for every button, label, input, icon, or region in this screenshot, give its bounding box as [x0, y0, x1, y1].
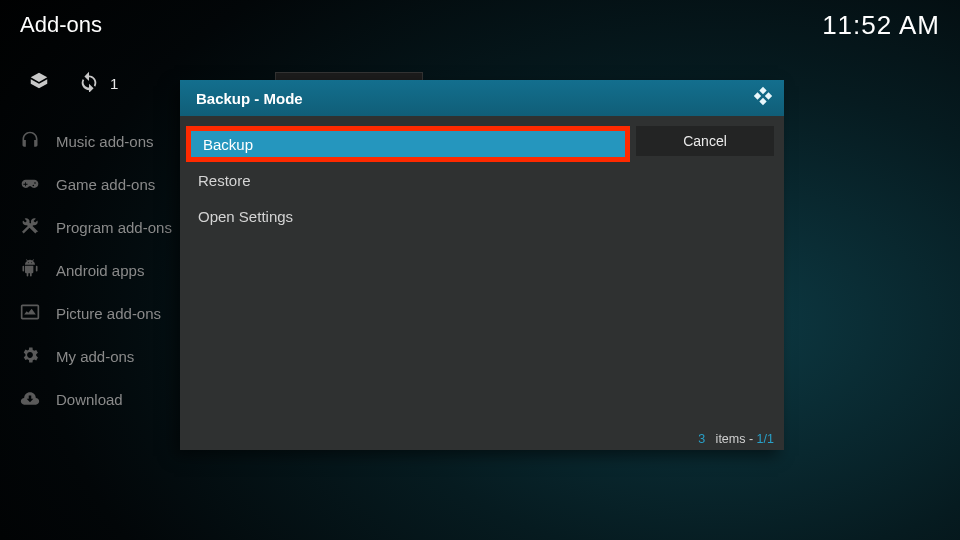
dialog-body: Backup Restore Open Settings Cancel — [180, 116, 784, 426]
android-icon — [20, 259, 40, 282]
tools-icon — [20, 216, 40, 239]
sidebar-menu: Music add-ons Game add-ons Program add-o… — [20, 130, 200, 411]
update-count: 1 — [110, 75, 118, 92]
option-open-settings[interactable]: Open Settings — [186, 198, 630, 234]
picture-icon — [20, 302, 40, 325]
sidebar-item-label: Download — [56, 391, 123, 408]
sidebar-item-download[interactable]: Download — [20, 388, 200, 411]
dialog-title: Backup - Mode — [196, 90, 303, 107]
kodi-logo-icon — [752, 85, 774, 111]
option-label: Open Settings — [198, 208, 293, 225]
clock: 11:52 AM — [822, 10, 940, 41]
cancel-button[interactable]: Cancel — [636, 126, 774, 156]
sidebar-item-label: Game add-ons — [56, 176, 155, 193]
option-label: Restore — [198, 172, 251, 189]
sidebar-actions: 1 — [28, 70, 200, 96]
sidebar-item-label: Music add-ons — [56, 133, 154, 150]
footer-page: 1/1 — [757, 432, 774, 446]
footer-sep: - — [749, 432, 757, 446]
headphones-icon — [20, 130, 40, 153]
sidebar-item-music-addons[interactable]: Music add-ons — [20, 130, 200, 153]
option-restore[interactable]: Restore — [186, 162, 630, 198]
sidebar-item-picture-addons[interactable]: Picture add-ons — [20, 302, 200, 325]
page-title: Add-ons — [20, 12, 102, 38]
refresh-icon[interactable] — [78, 70, 100, 96]
option-backup[interactable]: Backup — [186, 126, 630, 162]
download-icon — [20, 388, 40, 411]
sidebar-item-my-addons[interactable]: My add-ons — [20, 345, 200, 368]
dialog-footer: 3 items - 1/1 — [698, 432, 774, 446]
gamepad-icon — [20, 173, 40, 196]
dialog-buttons: Cancel — [636, 116, 784, 426]
top-bar: Add-ons 11:52 AM — [0, 0, 960, 50]
box-icon[interactable] — [28, 70, 50, 96]
dialog-header: Backup - Mode — [180, 80, 784, 116]
sidebar-item-android-apps[interactable]: Android apps — [20, 259, 200, 282]
dialog-options: Backup Restore Open Settings — [180, 116, 636, 426]
footer-count: 3 — [698, 432, 705, 446]
sidebar-item-game-addons[interactable]: Game add-ons — [20, 173, 200, 196]
backup-mode-dialog: Backup - Mode Backup Restore Open Settin… — [180, 80, 784, 450]
footer-items-word: items — [716, 432, 746, 446]
sidebar-item-program-addons[interactable]: Program add-ons — [20, 216, 200, 239]
gear-icon — [20, 345, 40, 368]
sidebar-item-label: Program add-ons — [56, 219, 172, 236]
option-label: Backup — [203, 136, 253, 153]
button-label: Cancel — [683, 133, 727, 149]
sidebar-item-label: Android apps — [56, 262, 144, 279]
sidebar: 1 Music add-ons Game add-ons Program add… — [0, 70, 200, 431]
sidebar-item-label: My add-ons — [56, 348, 134, 365]
sidebar-item-label: Picture add-ons — [56, 305, 161, 322]
